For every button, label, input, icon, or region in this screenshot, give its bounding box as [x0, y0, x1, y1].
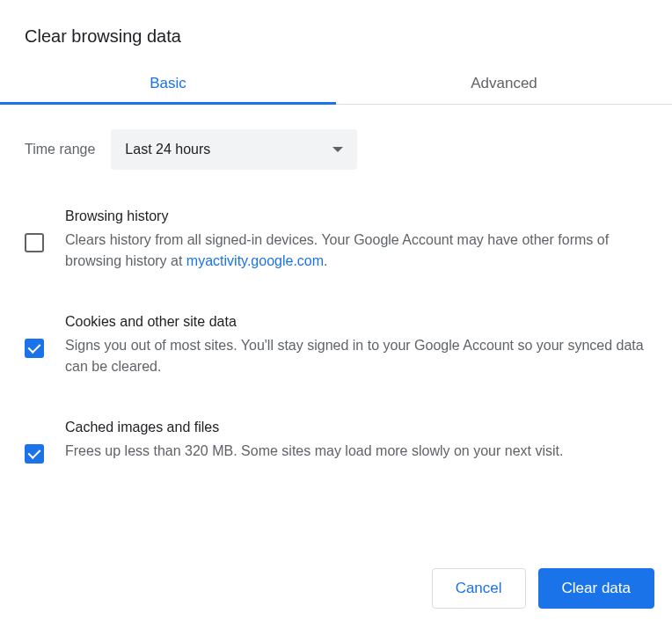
tabs: Basic Advanced — [0, 62, 672, 105]
time-range-value: Last 24 hours — [125, 142, 210, 157]
time-range-row: Time range Last 24 hours — [25, 105, 647, 187]
option-title: Cached images and files — [65, 420, 647, 435]
chevron-down-icon — [332, 147, 343, 152]
checkbox-cache[interactable] — [25, 444, 44, 464]
option-title: Browsing history — [65, 208, 647, 224]
clear-data-button[interactable]: Clear data — [538, 568, 654, 609]
dialog-title: Clear browsing data — [0, 0, 672, 62]
option-text: Browsing history Clears history from all… — [65, 208, 647, 272]
desc-suffix: . — [324, 253, 327, 268]
checkbox-browsing-history[interactable] — [25, 233, 44, 252]
option-desc: Frees up less than 320 MB. Some sites ma… — [65, 441, 647, 462]
option-desc: Signs you out of most sites. You'll stay… — [65, 335, 647, 377]
tab-basic[interactable]: Basic — [0, 62, 336, 104]
myactivity-link[interactable]: myactivity.google.com — [186, 253, 324, 268]
option-desc: Clears history from all signed-in device… — [65, 230, 647, 272]
option-text: Cookies and other site data Signs you ou… — [65, 314, 647, 377]
tab-advanced[interactable]: Advanced — [336, 62, 672, 104]
dialog-footer: Cancel Clear data — [432, 568, 654, 609]
option-title: Cookies and other site data — [65, 314, 647, 330]
time-range-label: Time range — [25, 142, 95, 157]
option-browsing-history: Browsing history Clears history from all… — [25, 187, 647, 293]
checkbox-cookies[interactable] — [25, 339, 44, 358]
option-cookies: Cookies and other site data Signs you ou… — [25, 293, 647, 398]
cancel-button[interactable]: Cancel — [432, 568, 526, 609]
time-range-select[interactable]: Last 24 hours — [111, 129, 357, 170]
option-cache: Cached images and files Frees up less th… — [25, 398, 647, 485]
option-text: Cached images and files Frees up less th… — [65, 420, 647, 464]
desc-prefix: Clears history from all signed-in device… — [65, 232, 609, 268]
dialog-body: Time range Last 24 hours Browsing histor… — [0, 105, 672, 628]
clear-browsing-data-dialog: Clear browsing data Basic Advanced Time … — [0, 0, 672, 628]
